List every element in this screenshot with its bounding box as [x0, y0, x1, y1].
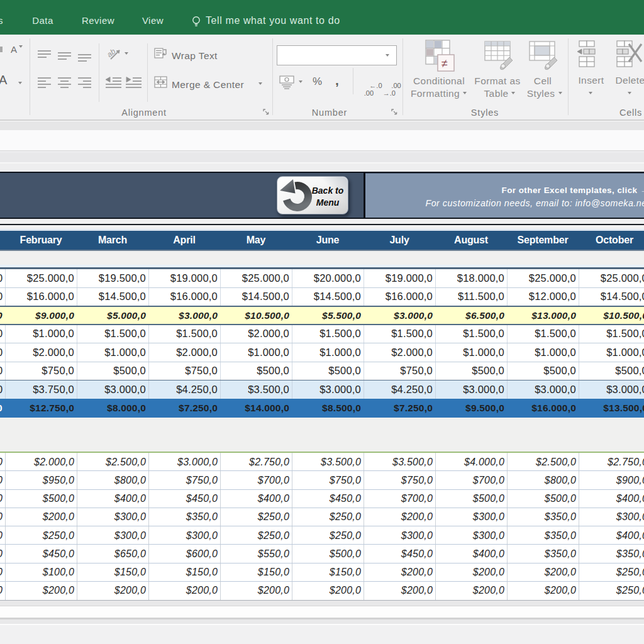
table-cell[interactable]: $200,0 [364, 563, 435, 581]
table-cell[interactable]: $1.000,0 [220, 343, 292, 362]
table-cell[interactable]: $150,0 [77, 563, 148, 581]
table-cell[interactable]: $3.500,0 [364, 453, 435, 471]
table-cell[interactable]: $5.000,0 [77, 306, 148, 325]
table-cell[interactable]: $300,0 [435, 526, 507, 545]
table-cell[interactable]: $7.250,0 [364, 399, 435, 417]
table-cell[interactable]: $3.000,0 [507, 380, 579, 399]
table-cell[interactable]: $300,0 [364, 526, 435, 545]
clipped-january-cell[interactable]: 0 [0, 581, 5, 599]
table-cell[interactable]: $350,0 [579, 545, 644, 563]
table-cell[interactable]: $250,0 [579, 581, 644, 599]
table-cell[interactable]: $200,0 [220, 581, 292, 599]
table-cell[interactable]: $500,0 [292, 545, 364, 563]
grow-font-button[interactable]: A [11, 44, 17, 55]
table-cell[interactable]: $150,0 [220, 563, 292, 581]
table-cell[interactable]: $2.000,0 [5, 343, 77, 362]
clipped-january-cell[interactable]: 0 [0, 269, 5, 287]
table-cell[interactable]: $500,0 [507, 362, 579, 380]
table-cell[interactable]: $4.250,0 [148, 380, 220, 399]
table-cell[interactable]: $700,0 [364, 489, 435, 508]
table-cell[interactable]: $1.000,0 [292, 343, 364, 362]
table-cell[interactable]: $2.000,0 [5, 453, 77, 471]
table-cell[interactable]: $500,0 [77, 362, 148, 380]
table-cell[interactable]: $14.500,0 [292, 287, 364, 306]
table-cell[interactable]: $1.000,0 [435, 343, 507, 362]
table-cell[interactable]: $2.000,0 [364, 343, 435, 362]
month-header-may[interactable]: May [220, 231, 292, 250]
table-cell[interactable]: $450,0 [148, 489, 220, 508]
clipped-january-cell[interactable]: 0 [0, 343, 5, 362]
month-header-july[interactable]: July [364, 231, 435, 250]
table-cell[interactable]: $25.000,0 [5, 269, 77, 287]
align-bottom-button[interactable] [78, 50, 92, 62]
table-cell[interactable]: $300,0 [148, 526, 220, 545]
table-cell[interactable]: $1.000,0 [5, 325, 77, 343]
table-cell[interactable]: $1.500,0 [364, 325, 435, 343]
table-cell[interactable]: $25.000,0 [220, 269, 292, 287]
table-cell[interactable]: $700,0 [435, 471, 507, 489]
table-cell[interactable]: $6.500,0 [435, 306, 507, 325]
orientation-button[interactable]: ab [106, 45, 123, 62]
table-cell[interactable]: $5.500,0 [292, 306, 364, 325]
align-middle-button[interactable] [58, 50, 72, 62]
table-cell[interactable]: $500,0 [220, 362, 292, 380]
table-cell[interactable]: $650,0 [77, 545, 148, 563]
table-cell[interactable]: $25.000,0 [507, 269, 579, 287]
table-cell[interactable]: $12.000,0 [507, 287, 579, 306]
table-cell[interactable]: $19.000,0 [148, 269, 220, 287]
table-cell[interactable]: $200,0 [5, 508, 77, 526]
table-cell[interactable]: $200,0 [148, 581, 220, 599]
table-cell[interactable]: $2.500,0 [507, 453, 579, 471]
increase-indent-button[interactable] [126, 77, 142, 89]
font-color-button[interactable]: A [0, 73, 7, 87]
clipped-january-cell[interactable]: 0 [0, 287, 5, 306]
table-cell[interactable]: $350,0 [507, 508, 579, 526]
table-cell[interactable]: $16.000,0 [364, 287, 435, 306]
table-cell[interactable]: $200,0 [435, 581, 507, 599]
month-header-september[interactable]: September [507, 231, 579, 250]
table-cell[interactable]: $3.000,0 [77, 380, 148, 399]
table-cell[interactable]: $300,0 [77, 526, 148, 545]
tab-view[interactable]: View [136, 0, 170, 35]
table-cell[interactable]: $3.000,0 [364, 306, 435, 325]
cell-styles-button[interactable]: Cell [534, 75, 552, 87]
clipped-january-cell[interactable]: 0 [0, 306, 5, 325]
table-cell[interactable]: $9.000,0 [5, 306, 77, 325]
tab-review[interactable]: Review [75, 0, 121, 35]
decrease-decimal-button[interactable]: .00→.0 [380, 74, 396, 90]
table-cell[interactable]: $2.500,0 [77, 453, 148, 471]
table-cell[interactable]: $750,0 [148, 471, 220, 489]
table-cell[interactable]: $400,0 [435, 545, 507, 563]
table-cell[interactable]: $450,0 [364, 545, 435, 563]
percent-style-button[interactable]: % [313, 75, 322, 88]
tab-partial-formulas[interactable]: s [0, 0, 6, 35]
align-right-button[interactable] [78, 77, 92, 89]
table-cell[interactable]: $200,0 [5, 581, 77, 599]
table-cell[interactable]: $250,0 [220, 508, 292, 526]
table-cell[interactable]: $10.500,0 [220, 306, 292, 325]
table-cell[interactable]: $19.500,0 [77, 269, 148, 287]
clipped-january-cell[interactable]: 0 [0, 471, 5, 489]
table-cell[interactable]: $500,0 [5, 489, 77, 508]
table-cell[interactable]: $400,0 [579, 489, 644, 508]
table-cell[interactable]: $800,0 [77, 471, 148, 489]
month-header-march[interactable]: March [77, 231, 148, 250]
table-cell[interactable]: $250,0 [5, 526, 77, 545]
table-cell[interactable]: $550,0 [220, 545, 292, 563]
align-top-button[interactable] [38, 50, 52, 62]
table-cell[interactable]: $1.500,0 [292, 325, 364, 343]
table-cell[interactable]: $250,0 [579, 563, 644, 581]
conditional-formatting-button[interactable]: Conditional [413, 75, 465, 87]
clipped-january-cell[interactable]: 0 [0, 563, 5, 581]
table-cell[interactable]: $450,0 [292, 489, 364, 508]
clipped-january-cell[interactable]: 0 [0, 489, 5, 508]
table-cell[interactable]: $400,0 [220, 489, 292, 508]
table-cell[interactable]: $2.750,0 [579, 453, 644, 471]
table-cell[interactable]: $250,0 [292, 508, 364, 526]
table-cell[interactable]: $7.250,0 [148, 399, 220, 417]
table-cell[interactable]: $3.500,0 [220, 380, 292, 399]
table-cell[interactable]: $3.750,0 [5, 380, 77, 399]
clipped-january-cell[interactable]: 0 [0, 508, 5, 526]
insert-cells-button[interactable]: Insert [578, 75, 604, 86]
month-header-february[interactable]: February [5, 231, 77, 250]
